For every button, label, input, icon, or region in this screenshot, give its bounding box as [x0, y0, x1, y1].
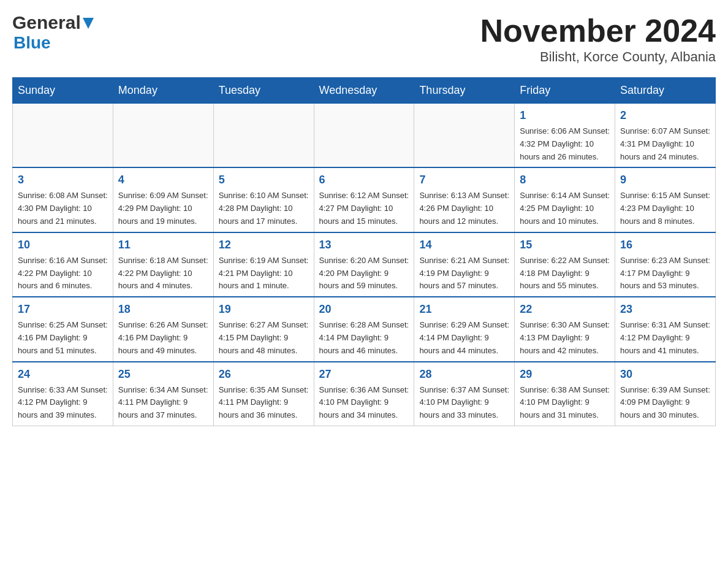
day-number: 29 — [520, 366, 610, 383]
day-number: 26 — [219, 366, 309, 383]
table-row: 25Sunrise: 6:34 AM Sunset: 4:11 PM Dayli… — [113, 362, 213, 426]
day-number: 22 — [520, 301, 610, 318]
table-row: 6Sunrise: 6:12 AM Sunset: 4:27 PM Daylig… — [314, 167, 414, 232]
day-info: Sunrise: 6:21 AM Sunset: 4:19 PM Dayligh… — [419, 255, 509, 293]
day-info: Sunrise: 6:10 AM Sunset: 4:28 PM Dayligh… — [219, 190, 309, 228]
day-number: 11 — [118, 237, 208, 253]
table-row: 10Sunrise: 6:16 AM Sunset: 4:22 PM Dayli… — [13, 232, 113, 297]
calendar-week-row: 17Sunrise: 6:25 AM Sunset: 4:16 PM Dayli… — [13, 297, 716, 361]
month-title: November 2024 — [480, 12, 716, 49]
day-info: Sunrise: 6:27 AM Sunset: 4:15 PM Dayligh… — [219, 319, 309, 357]
day-number: 8 — [520, 172, 610, 188]
calendar-week-row: 1Sunrise: 6:06 AM Sunset: 4:32 PM Daylig… — [13, 104, 716, 168]
location: Bilisht, Korce County, Albania — [480, 49, 716, 65]
logo-blue-sub: Blue — [13, 33, 51, 53]
calendar-header-row: Sunday Monday Tuesday Wednesday Thursday… — [13, 78, 716, 104]
day-info: Sunrise: 6:08 AM Sunset: 4:30 PM Dayligh… — [18, 190, 108, 228]
table-row: 12Sunrise: 6:19 AM Sunset: 4:21 PM Dayli… — [213, 232, 314, 297]
day-info: Sunrise: 6:07 AM Sunset: 4:31 PM Dayligh… — [620, 125, 710, 163]
day-info: Sunrise: 6:19 AM Sunset: 4:21 PM Dayligh… — [219, 255, 309, 293]
day-info: Sunrise: 6:30 AM Sunset: 4:13 PM Dayligh… — [520, 319, 610, 357]
day-number: 23 — [620, 301, 710, 318]
table-row: 27Sunrise: 6:36 AM Sunset: 4:10 PM Dayli… — [314, 362, 414, 426]
logo: General Blue — [12, 12, 94, 53]
table-row: 16Sunrise: 6:23 AM Sunset: 4:17 PM Dayli… — [615, 232, 716, 297]
calendar-week-row: 3Sunrise: 6:08 AM Sunset: 4:30 PM Daylig… — [13, 167, 716, 232]
col-thursday: Thursday — [414, 78, 515, 104]
day-number: 24 — [18, 366, 108, 383]
day-number: 10 — [18, 237, 108, 253]
day-number: 12 — [219, 237, 309, 253]
calendar-week-row: 24Sunrise: 6:33 AM Sunset: 4:12 PM Dayli… — [13, 362, 716, 426]
day-info: Sunrise: 6:23 AM Sunset: 4:17 PM Dayligh… — [620, 255, 710, 293]
day-number: 2 — [620, 107, 710, 124]
table-row: 30Sunrise: 6:39 AM Sunset: 4:09 PM Dayli… — [615, 362, 716, 426]
day-info: Sunrise: 6:36 AM Sunset: 4:10 PM Dayligh… — [319, 384, 409, 422]
day-info: Sunrise: 6:09 AM Sunset: 4:29 PM Dayligh… — [118, 190, 208, 228]
day-info: Sunrise: 6:06 AM Sunset: 4:32 PM Dayligh… — [520, 125, 610, 163]
day-number: 9 — [620, 172, 710, 188]
table-row — [213, 104, 314, 168]
logo-text: General — [12, 12, 94, 33]
day-number: 1 — [520, 107, 610, 124]
day-info: Sunrise: 6:26 AM Sunset: 4:16 PM Dayligh… — [118, 319, 208, 357]
day-number: 19 — [219, 301, 309, 318]
day-number: 28 — [419, 366, 509, 383]
svg-marker-0 — [83, 18, 94, 29]
table-row: 9Sunrise: 6:15 AM Sunset: 4:23 PM Daylig… — [615, 167, 716, 232]
table-row: 7Sunrise: 6:13 AM Sunset: 4:26 PM Daylig… — [414, 167, 515, 232]
table-row: 20Sunrise: 6:28 AM Sunset: 4:14 PM Dayli… — [314, 297, 414, 361]
col-tuesday: Tuesday — [213, 78, 314, 104]
day-number: 3 — [18, 172, 108, 188]
day-number: 16 — [620, 237, 710, 253]
table-row: 15Sunrise: 6:22 AM Sunset: 4:18 PM Dayli… — [515, 232, 615, 297]
table-row: 22Sunrise: 6:30 AM Sunset: 4:13 PM Dayli… — [515, 297, 615, 361]
calendar-table: Sunday Monday Tuesday Wednesday Thursday… — [12, 77, 716, 426]
day-info: Sunrise: 6:25 AM Sunset: 4:16 PM Dayligh… — [18, 319, 108, 357]
table-row — [314, 104, 414, 168]
page-header: General Blue November 2024 Bilisht, Korc… — [12, 12, 716, 65]
day-info: Sunrise: 6:13 AM Sunset: 4:26 PM Dayligh… — [419, 190, 509, 228]
table-row: 17Sunrise: 6:25 AM Sunset: 4:16 PM Dayli… — [13, 297, 113, 361]
table-row: 11Sunrise: 6:18 AM Sunset: 4:22 PM Dayli… — [113, 232, 213, 297]
table-row: 23Sunrise: 6:31 AM Sunset: 4:12 PM Dayli… — [615, 297, 716, 361]
table-row: 28Sunrise: 6:37 AM Sunset: 4:10 PM Dayli… — [414, 362, 515, 426]
day-info: Sunrise: 6:37 AM Sunset: 4:10 PM Dayligh… — [419, 384, 509, 422]
logo-arrow-icon — [83, 13, 94, 33]
day-number: 7 — [419, 172, 509, 188]
table-row: 8Sunrise: 6:14 AM Sunset: 4:25 PM Daylig… — [515, 167, 615, 232]
calendar-week-row: 10Sunrise: 6:16 AM Sunset: 4:22 PM Dayli… — [13, 232, 716, 297]
day-info: Sunrise: 6:15 AM Sunset: 4:23 PM Dayligh… — [620, 190, 710, 228]
table-row: 1Sunrise: 6:06 AM Sunset: 4:32 PM Daylig… — [515, 104, 615, 168]
day-number: 30 — [620, 366, 710, 383]
table-row: 2Sunrise: 6:07 AM Sunset: 4:31 PM Daylig… — [615, 104, 716, 168]
day-info: Sunrise: 6:20 AM Sunset: 4:20 PM Dayligh… — [319, 255, 409, 293]
table-row: 26Sunrise: 6:35 AM Sunset: 4:11 PM Dayli… — [213, 362, 314, 426]
day-number: 18 — [118, 301, 208, 318]
day-number: 5 — [219, 172, 309, 188]
day-number: 15 — [520, 237, 610, 253]
table-row: 18Sunrise: 6:26 AM Sunset: 4:16 PM Dayli… — [113, 297, 213, 361]
col-sunday: Sunday — [13, 78, 113, 104]
day-number: 14 — [419, 237, 509, 253]
day-info: Sunrise: 6:33 AM Sunset: 4:12 PM Dayligh… — [18, 384, 108, 422]
day-number: 27 — [319, 366, 409, 383]
table-row: 19Sunrise: 6:27 AM Sunset: 4:15 PM Dayli… — [213, 297, 314, 361]
day-info: Sunrise: 6:18 AM Sunset: 4:22 PM Dayligh… — [118, 255, 208, 293]
day-number: 20 — [319, 301, 409, 318]
day-info: Sunrise: 6:31 AM Sunset: 4:12 PM Dayligh… — [620, 319, 710, 357]
table-row — [13, 104, 113, 168]
table-row: 14Sunrise: 6:21 AM Sunset: 4:19 PM Dayli… — [414, 232, 515, 297]
col-monday: Monday — [113, 78, 213, 104]
day-info: Sunrise: 6:14 AM Sunset: 4:25 PM Dayligh… — [520, 190, 610, 228]
day-info: Sunrise: 6:16 AM Sunset: 4:22 PM Dayligh… — [18, 255, 108, 293]
day-number: 17 — [18, 301, 108, 318]
table-row: 3Sunrise: 6:08 AM Sunset: 4:30 PM Daylig… — [13, 167, 113, 232]
day-info: Sunrise: 6:28 AM Sunset: 4:14 PM Dayligh… — [319, 319, 409, 357]
title-section: November 2024 Bilisht, Korce County, Alb… — [480, 12, 716, 65]
day-info: Sunrise: 6:22 AM Sunset: 4:18 PM Dayligh… — [520, 255, 610, 293]
table-row: 13Sunrise: 6:20 AM Sunset: 4:20 PM Dayli… — [314, 232, 414, 297]
day-info: Sunrise: 6:34 AM Sunset: 4:11 PM Dayligh… — [118, 384, 208, 422]
table-row: 24Sunrise: 6:33 AM Sunset: 4:12 PM Dayli… — [13, 362, 113, 426]
day-number: 4 — [118, 172, 208, 188]
